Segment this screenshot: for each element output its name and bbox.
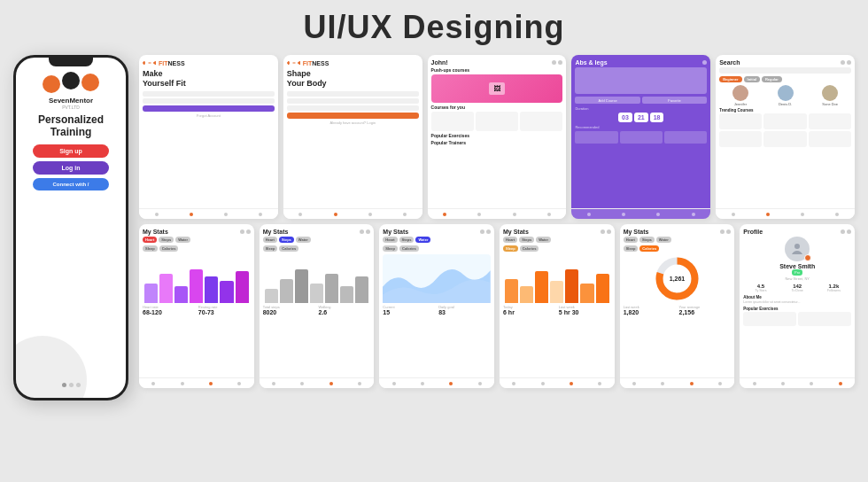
nav-stats[interactable] (801, 213, 804, 216)
icon-e[interactable] (601, 229, 605, 234)
pill-initial[interactable]: Initial (744, 76, 760, 82)
login-button[interactable]: Log in (33, 161, 109, 175)
home-nav[interactable] (443, 213, 446, 216)
favourite-btn[interactable]: Favorite (642, 97, 707, 104)
trending-3[interactable] (809, 113, 851, 129)
n1[interactable] (753, 382, 756, 385)
n3[interactable] (810, 382, 813, 385)
n2[interactable] (421, 382, 424, 385)
search-input-bar[interactable] (719, 67, 851, 74)
search-nav[interactable] (477, 213, 481, 216)
nav-4[interactable] (692, 213, 695, 216)
connect-button[interactable]: Connect with / (33, 178, 109, 190)
rec-item-2[interactable] (620, 131, 663, 144)
pill-steps-2[interactable]: Steps (279, 237, 294, 243)
icon-b[interactable] (366, 229, 370, 234)
login-btn[interactable] (143, 105, 275, 112)
nav-search[interactable] (766, 213, 770, 216)
n1[interactable] (151, 382, 155, 385)
pill-water-3[interactable]: Water (415, 237, 430, 243)
search-icon[interactable] (552, 60, 556, 65)
forgot-text[interactable]: Forgot Account (143, 113, 275, 118)
pill-sleep-5[interactable]: Sleep (624, 245, 639, 252)
pill-cal-5[interactable]: Calories (639, 245, 659, 252)
exercise-item-2[interactable] (798, 312, 851, 326)
pill-heart-5[interactable]: Heart (624, 237, 638, 243)
stats-icon-2[interactable] (246, 229, 251, 234)
icon-c[interactable] (480, 229, 484, 234)
rec-item-1[interactable] (575, 131, 617, 144)
course-item-1[interactable] (431, 112, 474, 131)
pill-heart-2[interactable]: Heart (263, 237, 277, 243)
pill-steps-1[interactable]: Steps (159, 237, 174, 243)
pill-heart-1[interactable]: Heart (143, 237, 157, 243)
pill-water-2[interactable]: Water (296, 237, 311, 243)
pill-cal-3[interactable]: Calories (399, 245, 419, 252)
pill-regular[interactable]: Regular (762, 76, 782, 82)
n1[interactable] (272, 382, 275, 385)
pill-sleep-4[interactable]: Sleep (503, 245, 518, 252)
pill-cal-4[interactable]: Calories (520, 245, 539, 252)
nav-3[interactable] (656, 213, 660, 216)
n2[interactable] (541, 382, 545, 385)
n4[interactable] (237, 382, 241, 385)
n1[interactable] (632, 382, 636, 385)
profile-nav[interactable] (547, 213, 551, 216)
nav-home[interactable] (732, 213, 735, 216)
course-item-3[interactable] (520, 112, 562, 131)
pill-steps-3[interactable]: Steps (399, 237, 415, 243)
search-action-icon[interactable] (841, 60, 845, 65)
n1[interactable] (392, 382, 396, 385)
signup-btn[interactable] (287, 113, 419, 119)
icon-h[interactable] (726, 229, 731, 234)
n4[interactable] (358, 382, 361, 385)
pill-sleep-1[interactable]: Sleep (143, 245, 158, 252)
icon-g[interactable] (720, 229, 725, 234)
n3[interactable] (209, 382, 213, 385)
n1[interactable] (512, 382, 515, 385)
pill-sleep-3[interactable]: Sleep (383, 245, 398, 252)
pill-sleep-2[interactable]: Sleep (263, 245, 278, 252)
icon-d[interactable] (486, 229, 491, 234)
n2[interactable] (300, 382, 304, 385)
n3[interactable] (690, 382, 694, 385)
signup-button[interactable]: Sign up (33, 144, 109, 158)
trending-4[interactable] (719, 131, 762, 147)
n4[interactable] (839, 382, 842, 385)
pill-water-1[interactable]: Water (175, 237, 190, 243)
pill-steps-4[interactable]: Steps (519, 237, 534, 243)
pill-steps-5[interactable]: Steps (639, 237, 655, 243)
n3[interactable] (449, 382, 453, 385)
trending-6[interactable] (809, 131, 851, 147)
nav-profile[interactable] (835, 213, 839, 216)
n4[interactable] (598, 382, 601, 385)
trending-5[interactable] (763, 131, 806, 147)
icon-i[interactable] (841, 229, 845, 234)
n2[interactable] (661, 382, 664, 385)
exercise-item-1[interactable] (743, 312, 796, 326)
course-item-2[interactable] (476, 112, 518, 131)
trending-2[interactable] (763, 113, 806, 129)
icon-a[interactable] (360, 229, 364, 234)
nav-2[interactable] (622, 213, 625, 216)
n2[interactable] (781, 382, 785, 385)
n3[interactable] (329, 382, 333, 385)
menu-icon[interactable] (558, 60, 562, 65)
rec-item-3[interactable] (664, 131, 707, 144)
n2[interactable] (181, 382, 184, 385)
n4[interactable] (478, 382, 482, 385)
icon-j[interactable] (847, 229, 851, 234)
pill-cal-2[interactable]: Calories (279, 245, 298, 252)
icon-f[interactable] (607, 229, 611, 234)
pill-water-5[interactable]: Water (656, 237, 671, 243)
n3[interactable] (570, 382, 573, 385)
filter-icon[interactable] (847, 60, 851, 65)
stats-icon-1[interactable] (240, 229, 244, 234)
pill-heart-4[interactable]: Heart (503, 237, 517, 243)
add-course-btn[interactable]: Add Course (575, 97, 639, 104)
trending-1[interactable] (719, 113, 762, 129)
pill-water-4[interactable]: Water (536, 237, 551, 243)
pill-cal-1[interactable]: Calories (159, 245, 179, 252)
nav-1[interactable] (587, 213, 591, 216)
login-link[interactable]: Already have account? Login (287, 120, 419, 125)
